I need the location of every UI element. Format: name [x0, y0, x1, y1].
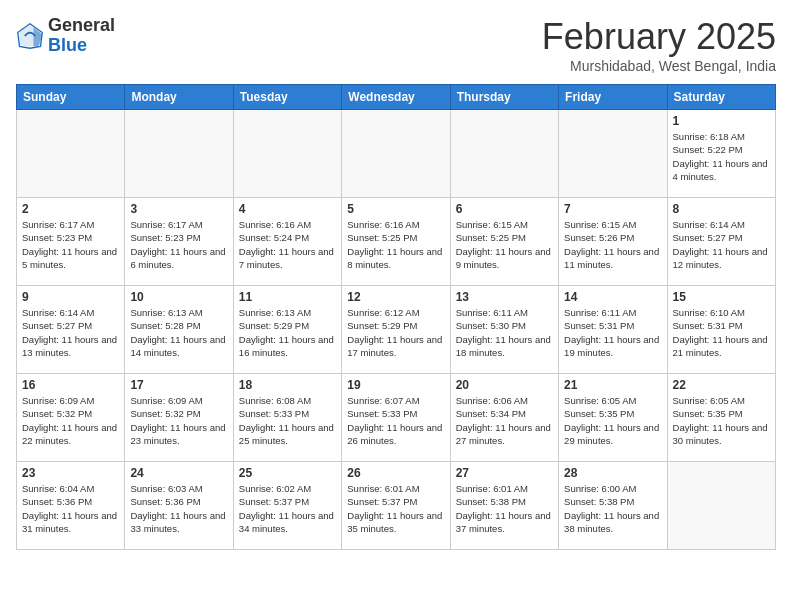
day-info: Sunrise: 6:05 AM Sunset: 5:35 PM Dayligh… — [673, 394, 770, 447]
calendar-cell: 1Sunrise: 6:18 AM Sunset: 5:22 PM Daylig… — [667, 110, 775, 198]
calendar-cell: 5Sunrise: 6:16 AM Sunset: 5:25 PM Daylig… — [342, 198, 450, 286]
day-info: Sunrise: 6:05 AM Sunset: 5:35 PM Dayligh… — [564, 394, 661, 447]
weekday-header-wednesday: Wednesday — [342, 85, 450, 110]
location-subtitle: Murshidabad, West Bengal, India — [542, 58, 776, 74]
day-info: Sunrise: 6:04 AM Sunset: 5:36 PM Dayligh… — [22, 482, 119, 535]
page-header: General Blue February 2025 Murshidabad, … — [16, 16, 776, 74]
logo-text: General Blue — [48, 16, 115, 56]
weekday-header-monday: Monday — [125, 85, 233, 110]
week-row-5: 23Sunrise: 6:04 AM Sunset: 5:36 PM Dayli… — [17, 462, 776, 550]
day-info: Sunrise: 6:09 AM Sunset: 5:32 PM Dayligh… — [130, 394, 227, 447]
day-info: Sunrise: 6:01 AM Sunset: 5:37 PM Dayligh… — [347, 482, 444, 535]
calendar-cell: 16Sunrise: 6:09 AM Sunset: 5:32 PM Dayli… — [17, 374, 125, 462]
day-info: Sunrise: 6:08 AM Sunset: 5:33 PM Dayligh… — [239, 394, 336, 447]
calendar-cell: 11Sunrise: 6:13 AM Sunset: 5:29 PM Dayli… — [233, 286, 341, 374]
calendar-cell — [125, 110, 233, 198]
day-info: Sunrise: 6:12 AM Sunset: 5:29 PM Dayligh… — [347, 306, 444, 359]
day-info: Sunrise: 6:03 AM Sunset: 5:36 PM Dayligh… — [130, 482, 227, 535]
day-number: 28 — [564, 466, 661, 480]
week-row-1: 1Sunrise: 6:18 AM Sunset: 5:22 PM Daylig… — [17, 110, 776, 198]
day-number: 3 — [130, 202, 227, 216]
day-number: 8 — [673, 202, 770, 216]
day-number: 11 — [239, 290, 336, 304]
day-number: 20 — [456, 378, 553, 392]
calendar-cell: 14Sunrise: 6:11 AM Sunset: 5:31 PM Dayli… — [559, 286, 667, 374]
day-number: 19 — [347, 378, 444, 392]
weekday-header-thursday: Thursday — [450, 85, 558, 110]
day-info: Sunrise: 6:01 AM Sunset: 5:38 PM Dayligh… — [456, 482, 553, 535]
week-row-2: 2Sunrise: 6:17 AM Sunset: 5:23 PM Daylig… — [17, 198, 776, 286]
calendar-cell: 4Sunrise: 6:16 AM Sunset: 5:24 PM Daylig… — [233, 198, 341, 286]
day-number: 6 — [456, 202, 553, 216]
calendar-cell — [667, 462, 775, 550]
calendar-cell: 21Sunrise: 6:05 AM Sunset: 5:35 PM Dayli… — [559, 374, 667, 462]
day-info: Sunrise: 6:11 AM Sunset: 5:31 PM Dayligh… — [564, 306, 661, 359]
day-info: Sunrise: 6:10 AM Sunset: 5:31 PM Dayligh… — [673, 306, 770, 359]
logo: General Blue — [16, 16, 115, 56]
calendar-cell: 26Sunrise: 6:01 AM Sunset: 5:37 PM Dayli… — [342, 462, 450, 550]
day-info: Sunrise: 6:13 AM Sunset: 5:29 PM Dayligh… — [239, 306, 336, 359]
day-number: 12 — [347, 290, 444, 304]
calendar-cell: 10Sunrise: 6:13 AM Sunset: 5:28 PM Dayli… — [125, 286, 233, 374]
day-info: Sunrise: 6:16 AM Sunset: 5:25 PM Dayligh… — [347, 218, 444, 271]
day-info: Sunrise: 6:00 AM Sunset: 5:38 PM Dayligh… — [564, 482, 661, 535]
calendar-cell: 8Sunrise: 6:14 AM Sunset: 5:27 PM Daylig… — [667, 198, 775, 286]
calendar-cell: 13Sunrise: 6:11 AM Sunset: 5:30 PM Dayli… — [450, 286, 558, 374]
day-info: Sunrise: 6:17 AM Sunset: 5:23 PM Dayligh… — [130, 218, 227, 271]
day-number: 4 — [239, 202, 336, 216]
calendar-cell: 3Sunrise: 6:17 AM Sunset: 5:23 PM Daylig… — [125, 198, 233, 286]
day-number: 10 — [130, 290, 227, 304]
weekday-header-sunday: Sunday — [17, 85, 125, 110]
logo-icon — [16, 22, 44, 50]
day-info: Sunrise: 6:15 AM Sunset: 5:25 PM Dayligh… — [456, 218, 553, 271]
day-info: Sunrise: 6:11 AM Sunset: 5:30 PM Dayligh… — [456, 306, 553, 359]
day-number: 26 — [347, 466, 444, 480]
calendar-cell: 7Sunrise: 6:15 AM Sunset: 5:26 PM Daylig… — [559, 198, 667, 286]
calendar-cell: 20Sunrise: 6:06 AM Sunset: 5:34 PM Dayli… — [450, 374, 558, 462]
calendar-cell: 27Sunrise: 6:01 AM Sunset: 5:38 PM Dayli… — [450, 462, 558, 550]
calendar-cell: 24Sunrise: 6:03 AM Sunset: 5:36 PM Dayli… — [125, 462, 233, 550]
week-row-3: 9Sunrise: 6:14 AM Sunset: 5:27 PM Daylig… — [17, 286, 776, 374]
day-info: Sunrise: 6:14 AM Sunset: 5:27 PM Dayligh… — [22, 306, 119, 359]
calendar-cell — [450, 110, 558, 198]
calendar-cell: 12Sunrise: 6:12 AM Sunset: 5:29 PM Dayli… — [342, 286, 450, 374]
calendar-cell: 18Sunrise: 6:08 AM Sunset: 5:33 PM Dayli… — [233, 374, 341, 462]
day-info: Sunrise: 6:18 AM Sunset: 5:22 PM Dayligh… — [673, 130, 770, 183]
calendar-cell: 9Sunrise: 6:14 AM Sunset: 5:27 PM Daylig… — [17, 286, 125, 374]
weekday-header-friday: Friday — [559, 85, 667, 110]
weekday-header-row: SundayMondayTuesdayWednesdayThursdayFrid… — [17, 85, 776, 110]
calendar-cell: 2Sunrise: 6:17 AM Sunset: 5:23 PM Daylig… — [17, 198, 125, 286]
day-number: 17 — [130, 378, 227, 392]
day-number: 13 — [456, 290, 553, 304]
day-number: 1 — [673, 114, 770, 128]
day-info: Sunrise: 6:13 AM Sunset: 5:28 PM Dayligh… — [130, 306, 227, 359]
day-info: Sunrise: 6:14 AM Sunset: 5:27 PM Dayligh… — [673, 218, 770, 271]
day-info: Sunrise: 6:02 AM Sunset: 5:37 PM Dayligh… — [239, 482, 336, 535]
day-number: 5 — [347, 202, 444, 216]
title-block: February 2025 Murshidabad, West Bengal, … — [542, 16, 776, 74]
day-info: Sunrise: 6:09 AM Sunset: 5:32 PM Dayligh… — [22, 394, 119, 447]
day-number: 2 — [22, 202, 119, 216]
day-number: 9 — [22, 290, 119, 304]
day-info: Sunrise: 6:07 AM Sunset: 5:33 PM Dayligh… — [347, 394, 444, 447]
day-info: Sunrise: 6:17 AM Sunset: 5:23 PM Dayligh… — [22, 218, 119, 271]
day-number: 23 — [22, 466, 119, 480]
calendar-cell: 22Sunrise: 6:05 AM Sunset: 5:35 PM Dayli… — [667, 374, 775, 462]
day-info: Sunrise: 6:15 AM Sunset: 5:26 PM Dayligh… — [564, 218, 661, 271]
day-number: 18 — [239, 378, 336, 392]
day-number: 25 — [239, 466, 336, 480]
calendar-cell: 6Sunrise: 6:15 AM Sunset: 5:25 PM Daylig… — [450, 198, 558, 286]
month-title: February 2025 — [542, 16, 776, 58]
weekday-header-tuesday: Tuesday — [233, 85, 341, 110]
calendar-cell — [17, 110, 125, 198]
calendar-cell: 19Sunrise: 6:07 AM Sunset: 5:33 PM Dayli… — [342, 374, 450, 462]
calendar-cell: 23Sunrise: 6:04 AM Sunset: 5:36 PM Dayli… — [17, 462, 125, 550]
day-number: 27 — [456, 466, 553, 480]
calendar-cell: 15Sunrise: 6:10 AM Sunset: 5:31 PM Dayli… — [667, 286, 775, 374]
calendar-table: SundayMondayTuesdayWednesdayThursdayFrid… — [16, 84, 776, 550]
day-info: Sunrise: 6:06 AM Sunset: 5:34 PM Dayligh… — [456, 394, 553, 447]
day-number: 24 — [130, 466, 227, 480]
logo-blue: Blue — [48, 35, 87, 55]
day-number: 22 — [673, 378, 770, 392]
day-info: Sunrise: 6:16 AM Sunset: 5:24 PM Dayligh… — [239, 218, 336, 271]
